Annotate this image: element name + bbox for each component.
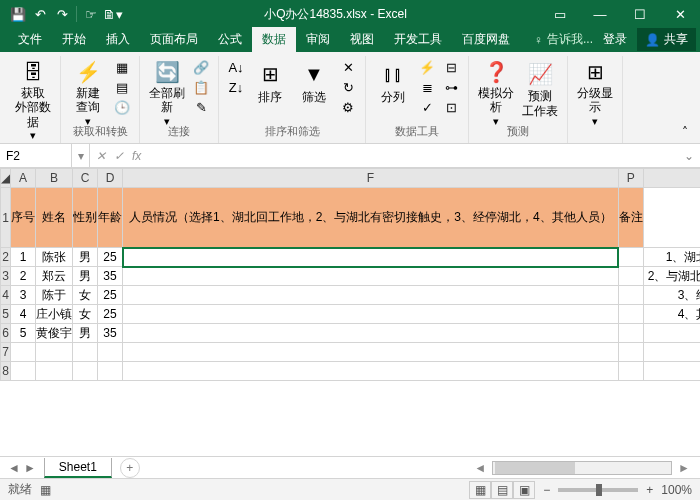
- tab-data[interactable]: 数据: [252, 27, 296, 52]
- cell[interactable]: 25: [98, 248, 123, 267]
- cell[interactable]: [618, 267, 643, 286]
- row-header[interactable]: 2: [1, 248, 11, 267]
- name-box-dropdown-icon[interactable]: ▾: [72, 144, 90, 167]
- cell[interactable]: [618, 248, 643, 267]
- zoom-slider[interactable]: [558, 488, 638, 492]
- cell[interactable]: 35: [98, 267, 123, 286]
- page-layout-icon[interactable]: ▤: [491, 481, 513, 499]
- clear-filter-icon[interactable]: ✕: [337, 58, 359, 77]
- cell[interactable]: [36, 362, 73, 381]
- cell[interactable]: [98, 343, 123, 362]
- touch-icon[interactable]: ☞: [81, 4, 101, 24]
- tab-formulas[interactable]: 公式: [208, 27, 252, 52]
- whatif-button[interactable]: ❓模拟分析▾: [475, 58, 517, 118]
- sheet-nav-next-icon[interactable]: ►: [24, 461, 36, 475]
- zoom-level[interactable]: 100%: [661, 483, 692, 497]
- relationships-icon[interactable]: ⊶: [440, 78, 462, 97]
- zoom-in-icon[interactable]: +: [646, 483, 653, 497]
- text-to-columns-button[interactable]: ⫿⫿分列: [372, 58, 414, 118]
- cell[interactable]: [11, 343, 36, 362]
- show-queries-icon[interactable]: ▦: [111, 58, 133, 77]
- properties-icon[interactable]: 📋: [190, 78, 212, 97]
- cell[interactable]: 年龄: [98, 188, 123, 248]
- col-header[interactable]: A: [11, 169, 36, 188]
- print-preview-icon[interactable]: 🗎▾: [103, 4, 123, 24]
- row-header[interactable]: 7: [1, 343, 11, 362]
- zoom-out-icon[interactable]: −: [543, 483, 550, 497]
- cell[interactable]: 3、经停湖北: [643, 286, 700, 305]
- cell[interactable]: [618, 343, 643, 362]
- sort-asc-icon[interactable]: A↓: [225, 58, 247, 77]
- cell[interactable]: 男: [73, 324, 98, 343]
- ribbon-options-icon[interactable]: ▭: [540, 0, 580, 28]
- cell[interactable]: 序号: [11, 188, 36, 248]
- cell[interactable]: 男: [73, 248, 98, 267]
- remove-dup-icon[interactable]: ≣: [416, 78, 438, 97]
- macro-rec-icon[interactable]: ▦: [40, 483, 51, 497]
- sheet-nav-prev-icon[interactable]: ◄: [8, 461, 20, 475]
- cell[interactable]: [643, 324, 700, 343]
- share-button[interactable]: 👤共享: [637, 28, 696, 51]
- row-header[interactable]: 5: [1, 305, 11, 324]
- flash-fill-icon[interactable]: ⚡: [416, 58, 438, 77]
- cell[interactable]: [123, 286, 619, 305]
- add-sheet-icon[interactable]: +: [120, 458, 140, 478]
- page-break-icon[interactable]: ▣: [513, 481, 535, 499]
- cell[interactable]: [73, 362, 98, 381]
- cell[interactable]: 25: [98, 305, 123, 324]
- validation-icon[interactable]: ✓: [416, 98, 438, 117]
- grid[interactable]: ◢ A B C D F P Q R S 1 序号 姓名 性别 年龄 人员情况（选…: [0, 168, 700, 456]
- refresh-all-button[interactable]: 🔄全部刷新▾: [146, 58, 188, 118]
- cell[interactable]: 黄俊宇: [36, 324, 73, 343]
- cell[interactable]: 男: [73, 267, 98, 286]
- advanced-icon[interactable]: ⚙: [337, 98, 359, 117]
- cell[interactable]: [123, 305, 619, 324]
- forecast-button[interactable]: 📈预测 工作表: [519, 58, 561, 118]
- col-header[interactable]: B: [36, 169, 73, 188]
- cell[interactable]: 2: [11, 267, 36, 286]
- manage-model-icon[interactable]: ⊡: [440, 98, 462, 117]
- tell-me[interactable]: ♀告诉我...: [534, 31, 593, 48]
- tab-view[interactable]: 视图: [340, 27, 384, 52]
- cell[interactable]: 1: [11, 248, 36, 267]
- cell[interactable]: 35: [98, 324, 123, 343]
- cell[interactable]: [123, 324, 619, 343]
- maximize-icon[interactable]: ☐: [620, 0, 660, 28]
- cell[interactable]: [36, 343, 73, 362]
- row-header[interactable]: 1: [1, 188, 11, 248]
- from-table-icon[interactable]: ▤: [111, 78, 133, 97]
- edit-links-icon[interactable]: ✎: [190, 98, 212, 117]
- cell[interactable]: 1、湖北回工作地: [643, 248, 700, 267]
- cell[interactable]: [618, 362, 643, 381]
- col-header[interactable]: P: [618, 169, 643, 188]
- cell[interactable]: [618, 305, 643, 324]
- collapse-ribbon-icon[interactable]: ˄: [676, 56, 694, 143]
- cell[interactable]: 备注: [618, 188, 643, 248]
- cell[interactable]: 郑云: [36, 267, 73, 286]
- save-icon[interactable]: 💾: [8, 4, 28, 24]
- col-header[interactable]: C: [73, 169, 98, 188]
- scroll-right-icon[interactable]: ►: [678, 461, 690, 475]
- col-header[interactable]: Q: [643, 169, 700, 188]
- new-query-button[interactable]: ⚡新建 查询▾: [67, 58, 109, 118]
- cell[interactable]: [618, 286, 643, 305]
- cell[interactable]: 庄小镇: [36, 305, 73, 324]
- cell[interactable]: [123, 343, 619, 362]
- cell[interactable]: 5: [11, 324, 36, 343]
- select-all-corner[interactable]: ◢: [1, 169, 11, 188]
- cell[interactable]: [618, 324, 643, 343]
- enter-formula-icon[interactable]: ✓: [114, 149, 124, 163]
- cell[interactable]: 4、其他人员: [643, 305, 700, 324]
- consolidate-icon[interactable]: ⊟: [440, 58, 462, 77]
- cell[interactable]: [643, 188, 700, 248]
- cell[interactable]: [643, 343, 700, 362]
- get-external-data-button[interactable]: 🗄获取 外部数据▾: [12, 58, 54, 118]
- tab-review[interactable]: 审阅: [296, 27, 340, 52]
- cell[interactable]: 陈张: [36, 248, 73, 267]
- row-header[interactable]: 3: [1, 267, 11, 286]
- cell[interactable]: 4: [11, 305, 36, 324]
- cancel-formula-icon[interactable]: ✕: [96, 149, 106, 163]
- horizontal-scrollbar[interactable]: [492, 461, 672, 475]
- close-icon[interactable]: ✕: [660, 0, 700, 28]
- reapply-icon[interactable]: ↻: [337, 78, 359, 97]
